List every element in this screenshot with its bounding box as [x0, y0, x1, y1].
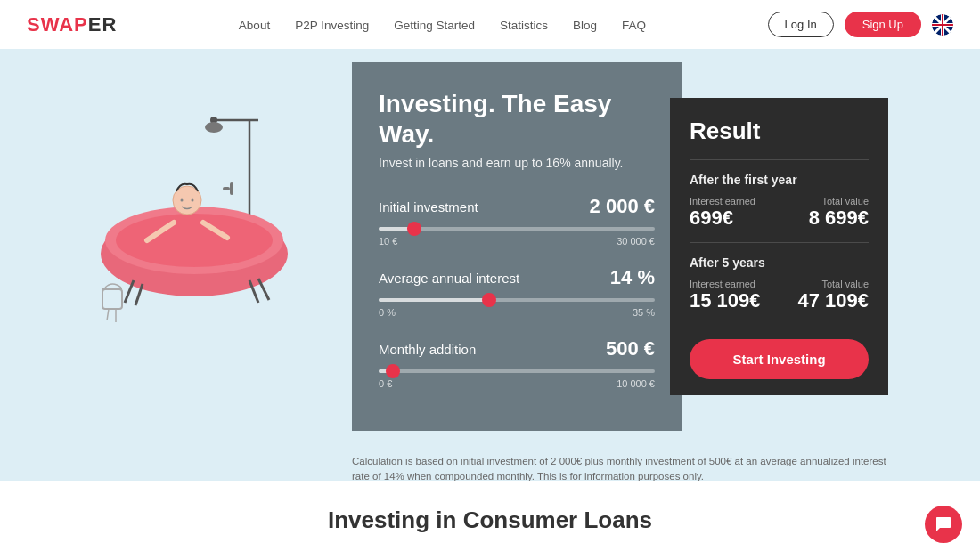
monthly-addition-label: Monthly addition [379, 342, 476, 357]
annual-interest-group: Average annual interest 14 % 0 % 35 % [379, 266, 655, 318]
annual-interest-fill [379, 298, 489, 302]
initial-investment-thumb[interactable] [407, 222, 421, 236]
bottom-title: Investing in Consumer Loans [328, 506, 652, 534]
svg-rect-11 [223, 187, 230, 190]
logo-er: ER [88, 13, 118, 36]
initial-investment-track[interactable] [379, 227, 655, 231]
nav-blog[interactable]: Blog [573, 17, 597, 33]
annual-interest-track[interactable] [379, 298, 655, 302]
year1-interest-value: 699€ [690, 207, 780, 230]
result-title: Result [690, 117, 869, 145]
navbar: SWAPER About P2P Investing Getting Start… [0, 0, 980, 49]
initial-investment-value: 2 000 € [590, 195, 655, 218]
login-button[interactable]: Log In [768, 12, 834, 37]
year1-section: After the first year Interest earned 699… [690, 159, 869, 242]
year5-labels-row: Interest earned 15 109€ Total value 47 1… [690, 279, 869, 312]
logo[interactable]: SWAPER [27, 13, 117, 36]
year1-labels-row: Interest earned 699€ Total value 8 699€ [690, 196, 869, 230]
nav-about[interactable]: About [239, 17, 270, 33]
start-investing-button[interactable]: Start Investing [690, 339, 869, 379]
year5-interest-col: Interest earned 15 109€ [690, 279, 780, 312]
monthly-addition-thumb[interactable] [386, 364, 400, 378]
svg-rect-25 [102, 289, 122, 309]
year5-interest-value: 15 109€ [690, 289, 780, 312]
bathtub-illustration [71, 102, 339, 352]
initial-investment-range: 10 € 30 000 € [379, 236, 655, 247]
monthly-addition-value: 500 € [606, 337, 655, 361]
svg-rect-12 [230, 182, 233, 195]
nav-right: Log In Sign Up [768, 12, 953, 37]
year5-total-label: Total value [780, 279, 870, 289]
svg-point-10 [205, 122, 223, 133]
nav-faq[interactable]: FAQ [622, 17, 646, 33]
year5-total-col: Total value 47 109€ [780, 279, 870, 312]
calc-subtitle: Invest in loans and earn up to 16% annua… [379, 156, 655, 170]
language-flag[interactable] [932, 14, 953, 36]
svg-point-15 [116, 214, 273, 267]
year1-total-col: Total value 8 699€ [780, 196, 870, 230]
logo-swap: SWAP [27, 13, 88, 36]
year1-period: After the first year [690, 173, 869, 187]
chat-bubble-button[interactable] [925, 506, 962, 543]
svg-point-24 [192, 199, 194, 202]
year5-section: After 5 years Interest earned 15 109€ To… [690, 242, 869, 325]
hero-section: Investing. The Easy Way. Invest in loans… [0, 49, 980, 485]
annual-interest-range: 0 % 35 % [379, 307, 655, 318]
calculator-card: Investing. The Easy Way. Invest in loans… [352, 62, 682, 431]
nav-p2p[interactable]: P2P Investing [295, 17, 369, 33]
initial-investment-label: Initial investment [379, 199, 478, 215]
annual-interest-label: Average annual interest [379, 271, 519, 286]
initial-investment-group: Initial investment 2 000 € 10 € 30 000 € [379, 195, 655, 247]
calc-title: Investing. The Easy Way. [379, 89, 655, 149]
year1-interest-label: Interest earned [690, 196, 780, 207]
monthly-addition-range: 0 € 10 000 € [379, 378, 655, 389]
year1-total-value: 8 699€ [780, 207, 870, 230]
result-card: Result After the first year Interest ear… [670, 98, 888, 395]
year1-total-label: Total value [780, 196, 870, 207]
year5-interest-label: Interest earned [690, 279, 780, 289]
svg-line-27 [107, 309, 109, 320]
year1-interest-col: Interest earned 699€ [690, 196, 780, 230]
nav-links: About P2P Investing Getting Started Stat… [239, 17, 646, 33]
year5-total-value: 47 109€ [780, 289, 870, 312]
nav-getting-started[interactable]: Getting Started [394, 17, 475, 33]
monthly-addition-group: Monthly addition 500 € 0 € 10 000 € [379, 337, 655, 389]
annual-interest-thumb[interactable] [482, 293, 496, 307]
svg-point-23 [181, 199, 184, 202]
bottom-section: Investing in Consumer Loans [0, 481, 980, 559]
nav-statistics[interactable]: Statistics [500, 17, 548, 33]
annual-interest-value: 14 % [610, 266, 655, 289]
monthly-addition-track[interactable] [379, 369, 655, 373]
year5-period: After 5 years [690, 255, 869, 270]
signup-button[interactable]: Sign Up [845, 12, 921, 37]
